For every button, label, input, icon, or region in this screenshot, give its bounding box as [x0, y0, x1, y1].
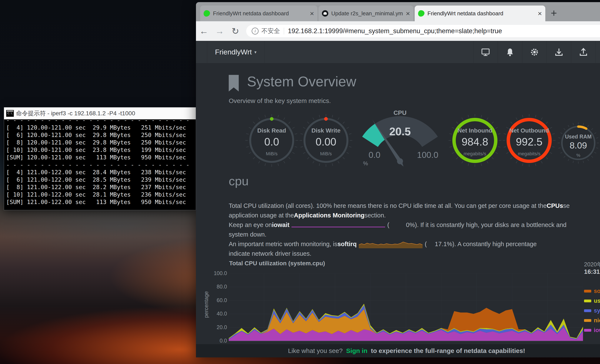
settings-button[interactable] — [522, 41, 547, 63]
legend-swatch — [584, 299, 591, 302]
cmd-icon: C:\ — [6, 110, 14, 117]
legend-item-system[interactable]: system — [584, 306, 600, 316]
back-button[interactable]: ← — [196, 26, 212, 36]
address-bar[interactable]: i 不安全 192.168.2.1:19999/#menu_system_sub… — [246, 25, 600, 37]
legend-item-nice[interactable]: nice — [584, 316, 600, 325]
legend-item-user[interactable]: user — [584, 296, 600, 306]
gauge-unit: megabits/s — [447, 151, 503, 157]
softirq-sparkline — [359, 240, 422, 249]
gauge-label: Used RAM — [557, 134, 600, 140]
cpu-description: Total CPU utilization (all cores). 100% … — [229, 201, 600, 259]
reload-button[interactable]: ↻ — [227, 26, 243, 36]
legend-item-iowait[interactable]: iowait — [584, 325, 600, 335]
text: ). If it is constantly high, your disks … — [415, 220, 566, 230]
gauge-used-ram[interactable]: Used RAM 8.09 % — [557, 122, 600, 164]
site-info-icon[interactable]: i — [252, 28, 259, 35]
partial-button[interactable] — [596, 41, 600, 63]
tab-github[interactable]: Update r2s_lean_minimal.yml · k × — [319, 6, 413, 21]
cpu-utilization-chart[interactable] — [229, 273, 583, 341]
netdata-favicon — [204, 10, 210, 17]
text: section. — [365, 211, 386, 220]
cpus-link[interactable]: CPUs — [547, 201, 563, 211]
terminal-line: [ 10] 120.00-121.00 sec 23.8 MBytes 199 … — [6, 146, 196, 154]
text: se — [563, 201, 570, 211]
softirq-term: softirq — [338, 239, 356, 249]
netdata-navbar: FriendlyWrt ▾ — [196, 41, 600, 63]
text: application usage at the — [229, 211, 294, 220]
import-button[interactable] — [547, 41, 571, 63]
iowait-term: iowait — [272, 220, 289, 230]
tab-close-icon[interactable]: × — [538, 10, 542, 17]
alarms-button[interactable] — [498, 41, 522, 63]
legend-swatch — [584, 329, 591, 332]
text: ( — [387, 220, 389, 230]
legend-label: nice — [594, 317, 600, 324]
gauge-value: 20.5 — [349, 125, 451, 138]
export-button[interactable] — [571, 41, 596, 63]
page-content: FriendlyWrt ▾ — [196, 41, 600, 357]
y-tick-label: 40.0 — [197, 311, 227, 317]
signin-pre-text: Like what you see? — [288, 347, 345, 354]
cpu-text-line: indicate network driver issues. — [229, 249, 600, 259]
netdata-favicon — [418, 10, 424, 17]
gauge-net-inbound[interactable]: Net Inbound 984.8 megabits/s — [447, 113, 503, 168]
terminal-titlebar[interactable]: C:\ 命令提示符 - iperf3 -c 192.168.1.2 -P4 -t… — [4, 107, 196, 119]
upload-icon — [579, 47, 588, 57]
gauge-label: CPU — [349, 109, 451, 116]
legend-swatch — [584, 290, 591, 292]
url-text[interactable]: 192.168.2.1:19999/#menu_system_submenu_c… — [288, 27, 502, 35]
gauge-max: 100.0 — [413, 150, 442, 160]
gauge-disk-read[interactable]: Disk Read 0.0 MiB/s — [244, 113, 299, 168]
nodes-view-button[interactable] — [473, 41, 498, 63]
terminal-line: - - - - - - - - - - - - - - - - - - - - … — [6, 119, 196, 124]
host-selector[interactable]: FriendlyWrt ▾ — [207, 41, 264, 63]
legend-label: user — [594, 298, 600, 304]
gauge-label: Net Outbound — [501, 127, 557, 134]
signin-link[interactable]: Sign in — [346, 347, 367, 354]
y-tick-label: 100.0 — [197, 270, 227, 276]
gauge-value: 992.5 — [501, 136, 557, 148]
gauge-min: 0.0 — [362, 150, 387, 160]
x-axis-line — [229, 341, 583, 341]
netdata-page: System Overview Overview of the key syst… — [196, 63, 600, 345]
gauge-value: 8.09 — [557, 140, 600, 151]
softirq-value: 17.1% — [427, 239, 452, 249]
tab-title: FriendlyWrt netdata dashboard — [213, 10, 307, 17]
gauge-cpu[interactable]: CPU 20.5 0.0 100.0 % — [349, 102, 451, 172]
bookmark-icon — [229, 75, 239, 92]
section-title: System Overview — [247, 73, 356, 90]
download-icon — [554, 47, 564, 57]
gauge-disk-write[interactable]: Disk Write 0.00 MiB/s — [298, 113, 354, 168]
terminal-line: [SUM] 121.00-122.00 sec 113 MBytes 950 M… — [6, 198, 196, 206]
terminal-line: [ 6] 120.00-121.00 sec 29.8 MBytes 250 M… — [6, 131, 196, 139]
cpu-text-line: Keep an eye on iowait (0%). If it is con… — [229, 220, 600, 230]
terminal-output: - - - - - - - - - - - - - - - - - - - - … — [6, 119, 196, 206]
text: ( — [425, 239, 427, 249]
tab-title: Update r2s_lean_minimal.yml · k — [331, 10, 403, 17]
terminal-line: [ 10] 121.00-122.00 sec 28.1 MBytes 236 … — [6, 191, 196, 198]
tab-close-icon[interactable]: × — [406, 10, 410, 17]
iowait-sparkline — [291, 222, 385, 228]
cpu-text-line: system down. — [229, 230, 600, 239]
forward-button[interactable]: → — [212, 26, 227, 36]
terminal-line: - - - - - - - - - - - - - - - - - - - - … — [6, 161, 196, 168]
y-tick-label: 80.0 — [197, 284, 227, 290]
legend-item-softirq[interactable]: softirq — [584, 286, 600, 296]
gauge-value: 984.8 — [447, 136, 503, 148]
applications-monitoring-link[interactable]: Applications Monitoring — [294, 211, 365, 220]
gauge-value: 0.00 — [298, 136, 354, 148]
new-tab-button[interactable]: + — [547, 7, 560, 19]
y-tick-label: 20.0 — [197, 324, 227, 330]
chevron-down-icon: ▾ — [254, 50, 257, 55]
gauge-unit: % — [557, 153, 600, 158]
terminal-line: [SUM] 120.00-121.00 sec 113 MBytes 950 M… — [6, 154, 196, 161]
y-tick-label: 0.0 — [197, 338, 227, 344]
tab-strip: FriendlyWrt netdata dashboard × Update r… — [196, 2, 600, 21]
cpu-section-heading: cpu — [229, 174, 249, 188]
tab-title: FriendlyWrt netdata dashboard — [427, 10, 535, 17]
tab-netdata-1[interactable]: FriendlyWrt netdata dashboard × — [200, 6, 318, 21]
tab-close-icon[interactable]: × — [310, 10, 314, 17]
gauge-net-outbound[interactable]: Net Outbound 992.5 megabits/s — [501, 113, 557, 168]
terminal-window[interactable]: C:\ 命令提示符 - iperf3 -c 192.168.1.2 -P4 -t… — [4, 107, 196, 210]
tab-netdata-2-active[interactable]: FriendlyWrt netdata dashboard × — [415, 6, 545, 21]
